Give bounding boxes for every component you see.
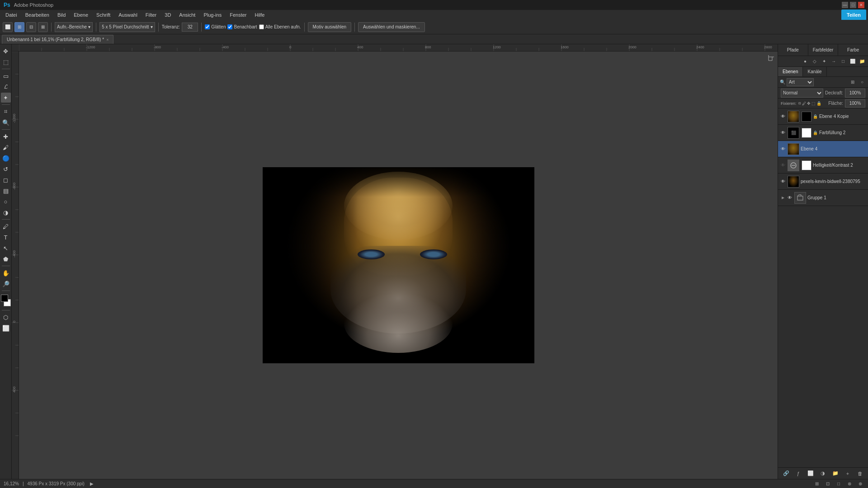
tab-pfade[interactable]: Pfade [778,44,808,56]
panel-icon-diamond[interactable]: ◇ [811,57,819,66]
menu-plugins[interactable]: Plug-ins [200,11,225,19]
statusbar-arrow[interactable]: ▶ [90,481,94,486]
artboard-tool[interactable]: ⬚ [1,57,11,67]
share-button[interactable]: Teilen [841,9,866,20]
toolbar-mode-btn-3[interactable]: ⊟ [26,22,36,32]
eraser-tool[interactable]: ◻ [1,175,11,185]
new-group-button[interactable]: 📁 [831,469,840,478]
menu-hilfe[interactable]: Hilfe [251,11,268,19]
motiv-auswaehlen-button[interactable]: Motiv auswählen [308,22,351,32]
statusbar-icon-3[interactable]: □ [835,480,843,488]
menu-ebene[interactable]: Ebene [70,11,92,19]
stamp-tool[interactable]: 🔵 [1,153,11,163]
statusbar-icon-1[interactable]: ⊞ [813,480,821,488]
foreground-color-swatch[interactable] [1,295,8,302]
add-layer-style-button[interactable]: ƒ [794,469,802,478]
add-mask-button[interactable]: ⬜ [807,469,815,478]
glatten-checkbox[interactable]: Glätten [205,24,226,29]
close-button[interactable]: ✕ [858,2,864,8]
layer-visibility-toggle[interactable]: 👁 [780,162,786,169]
panel-icon-mask[interactable]: ⬜ [849,57,857,66]
panel-icon-folder[interactable]: 📁 [858,57,866,66]
glatten-check[interactable] [205,24,210,29]
layer-item[interactable]: 👁 Ebene 4 [778,141,868,157]
history-brush-tool[interactable]: ↺ [1,164,11,174]
lock-move-icon[interactable]: ✥ [807,101,811,106]
menu-datei[interactable]: Datei [2,11,21,19]
menu-schrift[interactable]: Schrift [93,11,114,19]
maximize-button[interactable]: □ [850,2,856,8]
brush-tool[interactable]: 🖌 [1,142,11,152]
dodge-tool[interactable]: ◑ [1,207,11,217]
hand-tool[interactable]: ✋ [1,268,11,278]
toleranz-input[interactable] [182,23,198,32]
healing-tool[interactable]: ✚ [1,131,11,141]
toolbar-mode-btn-4[interactable]: ⊠ [38,22,48,32]
pen-tool[interactable]: 🖊 [1,221,11,231]
menu-fenster[interactable]: Fenster [226,11,250,19]
menu-bearbeiten[interactable]: Bearbeiten [22,11,53,19]
menu-filter[interactable]: Filter [142,11,160,19]
layer-visibility-toggle[interactable]: 👁 [780,178,786,185]
menu-ansicht[interactable]: Ansicht [175,11,199,19]
layer-visibility-toggle[interactable]: 👁 [780,130,786,136]
minimize-button[interactable]: — [842,2,848,8]
layer-item[interactable]: 👁 pexels-kevin-bidwell-2380795 [778,174,868,190]
lock-artboard-icon[interactable]: ⬚ [811,101,816,106]
layer-visibility-toggle[interactable]: 👁 [780,113,786,120]
search-filter-btn[interactable]: ⊞ [849,78,857,86]
path-select-tool[interactable]: ↖ [1,243,11,253]
fill-input[interactable] [845,99,865,108]
panel-icon-star[interactable]: ✦ [820,57,828,66]
move-tool[interactable]: ✥ [1,46,11,56]
toolbar-mode-btn-1[interactable]: ⬜ [3,22,13,32]
gradient-tool[interactable]: ▤ [1,186,11,196]
layer-item[interactable]: 👁 Helligkeit/Kontrast 2 [778,157,868,174]
layer-item[interactable]: 👁 🔒 Ebene 4 Kopie [778,108,868,125]
alle-ebenen-checkbox[interactable]: Alle Ebenen aufn. [259,24,301,29]
lasso-tool[interactable]: 𝓛 [1,82,11,92]
link-layers-button[interactable]: 🔗 [782,469,790,478]
menu-3d[interactable]: 3D [161,11,175,19]
adjustment-layer-button[interactable]: ◑ [819,469,827,478]
shape-tool[interactable]: ⬟ [1,254,11,264]
search-toggle-btn[interactable]: ○ [858,78,866,86]
tab-kanaele[interactable]: Kanäle [803,67,826,76]
delete-layer-button[interactable]: 🗑 [856,469,864,478]
toolbar-mode-btn-2[interactable]: ⊞ [14,22,24,32]
zoom-tool[interactable]: 🔎 [1,279,11,289]
layer-visibility-toggle[interactable]: 👁 [787,195,793,201]
blend-mode-select[interactable]: Normal [781,89,823,98]
layer-item[interactable]: 👁 ⬛ 🔒 Farbfüllung 2 [778,125,868,141]
tab-ebenen[interactable]: Ebenen [778,67,803,76]
group-expand-icon[interactable]: ▶ [782,196,784,200]
statusbar-icon-4[interactable]: ⊗ [845,480,854,488]
statusbar-icon-5[interactable]: ⊕ [856,480,864,488]
canvas[interactable] [19,52,778,479]
panel-icon-arrow[interactable]: → [830,57,838,66]
alle-ebenen-check[interactable] [259,24,264,29]
brush-size-dropdown[interactable]: 5 x 5 Pixel Durchschnitt ▾ [99,22,155,32]
color-swatches[interactable] [1,295,11,306]
magic-wand-tool[interactable]: ✦ [1,93,11,103]
text-tool[interactable]: T [1,232,11,242]
layer-item[interactable]: ▶ 👁 Gruppe 1 [778,190,868,206]
titlebar-controls[interactable]: — □ ✕ [842,2,864,8]
doc-tab-close[interactable]: × [106,38,108,42]
quickmask-tool[interactable]: ⬡ [1,312,11,322]
lock-transparent-icon[interactable]: ⧈ [798,101,801,106]
blur-tool[interactable]: ○ [1,197,11,206]
crop-tool[interactable]: ⌗ [1,107,11,117]
marquee-tool[interactable]: ▭ [1,71,11,81]
tab-farbfelder[interactable]: Farbfelder [808,44,839,56]
lock-pixels-icon[interactable]: 🖊 [802,101,806,106]
tab-farbe[interactable]: Farbe [838,44,868,56]
statusbar-icon-2[interactable]: ⊡ [824,480,832,488]
panel-icon-square[interactable]: □ [839,57,847,66]
screen-mode-tool[interactable]: ⬜ [1,323,11,333]
benachbart-checkbox[interactable]: Benachbart [227,24,257,29]
menu-bild[interactable]: Bild [54,11,69,19]
doc-tab[interactable]: Unbenannt-1 bei 16,1% (Farbfüllung 2, RG… [2,35,113,44]
menu-auswahl[interactable]: Auswahl [115,11,141,19]
opacity-input[interactable] [845,89,865,98]
